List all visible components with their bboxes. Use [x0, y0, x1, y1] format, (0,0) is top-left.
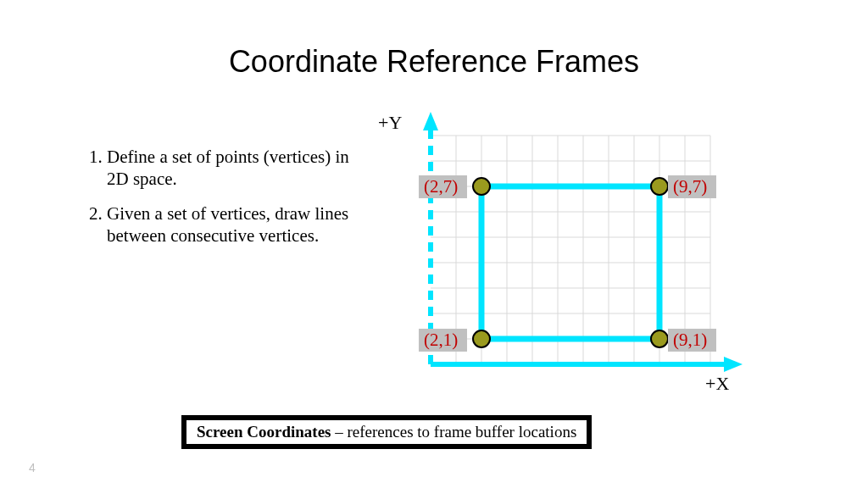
- vertex-2-1-icon: [473, 330, 490, 347]
- slide: Coordinate Reference Frames Define a set…: [0, 0, 868, 488]
- y-axis-icon: [423, 112, 438, 364]
- footer-rest: – references to frame buffer locations: [331, 423, 577, 441]
- footer-caption: Screen Coordinates – references to frame…: [181, 415, 592, 449]
- vertex-9-1-icon: [651, 330, 668, 347]
- bullet-item-2: Given a set of vertices, draw lines betw…: [107, 202, 356, 247]
- bullet-item-1: Define a set of points (vertices) in 2D …: [107, 146, 356, 191]
- vertex-label-2-7: (2,7): [419, 175, 467, 198]
- page-number: 4: [29, 461, 36, 474]
- axis-x-label: +X: [705, 373, 729, 395]
- page-title: Coordinate Reference Frames: [0, 44, 868, 80]
- vertex-label-9-1: (9,1): [668, 329, 716, 352]
- vertex-label-2-1: (2,1): [419, 329, 467, 352]
- x-axis-icon: [431, 357, 743, 372]
- svg-marker-22: [423, 112, 438, 130]
- vertex-label-9-7: (9,7): [668, 175, 716, 198]
- vertex-2-7-icon: [473, 178, 490, 195]
- vertex-9-7-icon: [651, 178, 668, 195]
- svg-marker-24: [724, 357, 743, 372]
- bullet-list: Define a set of points (vertices) in 2D …: [85, 146, 356, 258]
- footer-bold: Screen Coordinates: [197, 423, 331, 441]
